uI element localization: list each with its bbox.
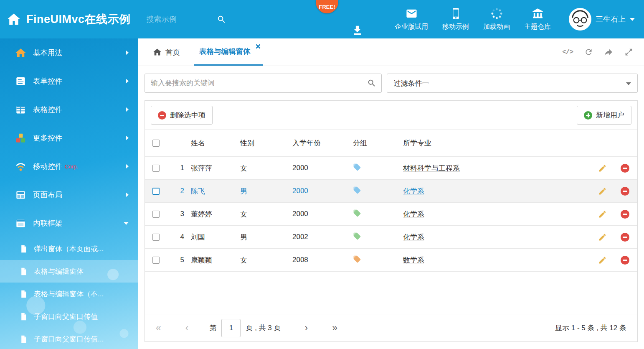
open-new-window-icon[interactable]	[604, 48, 613, 56]
nav-item-basic-free[interactable]: FREE! 基础版（免费）	[327, 8, 388, 48]
row-checkbox[interactable]	[152, 234, 160, 241]
tab-label: 首页	[165, 47, 180, 57]
row-index: 3	[167, 210, 191, 218]
tag-icon	[353, 163, 361, 171]
table-row[interactable]: 3 董婷婷 女 2000 化学系	[145, 203, 637, 226]
sidebar-item-iframe[interactable]: 内联框架	[0, 209, 138, 237]
table-row[interactable]: 5 康颖颖 女 2008 数学系	[145, 249, 637, 272]
refresh-icon[interactable]	[584, 48, 593, 56]
nav-label: 加载动画	[483, 23, 510, 31]
sidebar-item-label: 弹出窗体（本页面或...	[34, 244, 129, 254]
delete-row-icon[interactable]	[621, 210, 629, 219]
row-checkbox[interactable]	[152, 165, 160, 172]
first-page-button[interactable]: «	[156, 323, 161, 333]
cell-gender: 女	[240, 163, 292, 173]
edit-icon[interactable]	[598, 187, 607, 196]
sidebar-item-basic-usage[interactable]: 基本用法	[0, 38, 138, 67]
prev-page-button[interactable]: ‹	[185, 323, 189, 333]
sidebar-item-more-controls[interactable]: 更多控件	[0, 124, 138, 152]
next-page-button[interactable]: ›	[305, 323, 308, 333]
sidebar-item-grid-edit-window-2[interactable]: 表格与编辑窗体（不...	[0, 283, 138, 305]
cell-year: 2000	[292, 210, 353, 218]
sidebar-item-label: 内联框架	[33, 218, 124, 228]
user-menu[interactable]: 三生石上	[569, 8, 635, 31]
minus-circle-icon	[158, 111, 166, 120]
chevron-right-icon	[126, 79, 129, 84]
sidebar-item-label: 移动控件	[33, 161, 62, 171]
main-content: 首页 表格与编辑窗体 </>	[138, 38, 644, 349]
delete-row-icon[interactable]	[621, 256, 629, 265]
row-checkbox[interactable]	[152, 211, 160, 218]
major-link[interactable]: 数学系	[403, 256, 424, 264]
column-header-group: 分组	[353, 138, 403, 148]
table-row[interactable]: 2 陈飞 男 2000 化学系	[145, 180, 637, 203]
chevron-right-icon	[126, 164, 129, 169]
search-icon[interactable]	[367, 79, 376, 88]
sidebar-item-label: 表格与编辑窗体（不...	[34, 289, 129, 299]
brand[interactable]: FineUIMvc在线示例	[7, 12, 131, 27]
tab-home[interactable]: 首页	[145, 38, 188, 66]
column-header-major: 所学专业	[403, 138, 592, 148]
table-icon	[15, 104, 26, 115]
sidebar-item-popup-window[interactable]: 弹出窗体（本页面或...	[0, 237, 138, 260]
edit-icon[interactable]	[598, 256, 607, 265]
major-link[interactable]: 化学系	[403, 187, 424, 195]
user-name: 三生石上	[596, 14, 626, 24]
sidebar-item-grid-controls[interactable]: 表格控件	[0, 95, 138, 124]
edit-icon[interactable]	[598, 210, 607, 219]
top-header: FineUIMvc在线示例 FREE! 基础版（免费） 企业版试用 移动示例	[0, 0, 644, 38]
select-all-checkbox[interactable]	[152, 140, 160, 147]
view-source-icon[interactable]: </>	[562, 48, 573, 56]
blocks-icon	[15, 132, 26, 144]
row-checkbox[interactable]	[152, 257, 160, 264]
sidebar-item-mobile-controls[interactable]: 移动控件 Corp.	[0, 152, 138, 181]
edit-icon[interactable]	[598, 164, 607, 173]
nav-item-enterprise-trial[interactable]: 企业版试用	[388, 8, 435, 31]
edit-icon[interactable]	[598, 233, 607, 242]
row-checkbox[interactable]	[152, 188, 160, 195]
home-icon	[7, 12, 21, 26]
sidebar-item-child-to-parent-value-2[interactable]: 子窗口向父窗口传值...	[0, 328, 138, 349]
column-header-name: 姓名	[191, 138, 240, 148]
keyword-search-input[interactable]	[145, 74, 382, 93]
sidebar-item-form-controls[interactable]: 表单控件	[0, 67, 138, 95]
major-link[interactable]: 化学系	[403, 233, 424, 241]
grid-panel: 删除选中项 新增用户 姓名 性别 入学年份 分组 所学专业 1 张萍萍 女 20…	[145, 100, 638, 342]
fullscreen-icon[interactable]	[624, 48, 633, 56]
tab-grid-edit-window[interactable]: 表格与编辑窗体	[194, 38, 263, 66]
delete-row-icon[interactable]	[621, 164, 629, 173]
sidebar-item-label: 子窗口向父窗口传值	[34, 312, 129, 321]
sidebar-item-grid-edit-window[interactable]: 表格与编辑窗体	[0, 260, 138, 283]
page-number-input[interactable]	[221, 319, 241, 337]
delete-row-icon[interactable]	[621, 233, 629, 242]
filter-dropdown[interactable]: 过滤条件一	[387, 74, 638, 93]
home-icon	[15, 47, 26, 59]
nav-item-theme-store[interactable]: 主题仓库	[517, 8, 558, 31]
table-row[interactable]: 4 刘国 男 2002 化学系	[145, 226, 637, 249]
major-link[interactable]: 材料科学与工程系	[403, 164, 460, 172]
page-count-label: 页 , 共 3 页	[246, 323, 281, 333]
top-search-input[interactable]	[147, 15, 213, 24]
filter-row: 过滤条件一	[138, 66, 644, 100]
table-empty-area	[145, 272, 637, 314]
pagination-divider	[293, 321, 293, 335]
add-user-button[interactable]: 新增用户	[577, 106, 631, 125]
cell-gender: 男	[240, 186, 292, 196]
nav-item-loading-animation[interactable]: 加载动画	[476, 8, 517, 31]
nav-item-mobile-demo[interactable]: 移动示例	[435, 8, 476, 31]
file-icon	[19, 290, 28, 298]
sidebar-item-child-to-parent-value[interactable]: 子窗口向父窗口传值	[0, 305, 138, 328]
close-icon[interactable]	[256, 44, 261, 49]
major-link[interactable]: 化学系	[403, 210, 424, 218]
sidebar-item-page-layout[interactable]: 页面布局	[0, 181, 138, 209]
delete-row-icon[interactable]	[621, 187, 629, 196]
sidebar-item-label: 表格控件	[33, 104, 126, 115]
delete-selected-button[interactable]: 删除选中项	[151, 106, 213, 125]
keyword-search	[145, 74, 382, 93]
row-index: 1	[167, 164, 191, 172]
last-page-button[interactable]: »	[332, 323, 337, 333]
nav-label: 企业版试用	[395, 23, 428, 31]
search-icon[interactable]	[213, 15, 226, 24]
cell-name: 康颖颖	[191, 255, 240, 265]
table-row[interactable]: 1 张萍萍 女 2000 材料科学与工程系	[145, 157, 637, 180]
